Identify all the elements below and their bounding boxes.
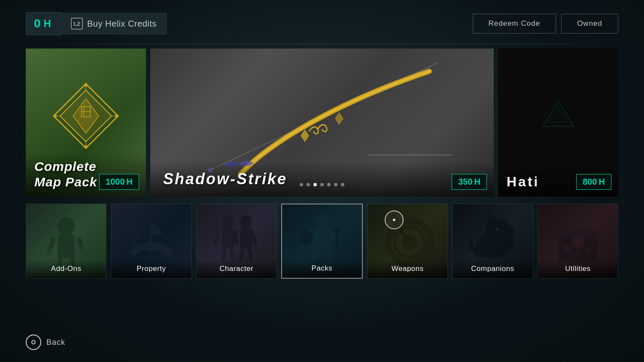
category-weapons[interactable]: Weapons	[367, 204, 448, 279]
svg-point-49	[301, 230, 313, 246]
dot-2[interactable]	[307, 183, 310, 186]
carousel-dots	[300, 183, 344, 186]
page-wrapper: 0 H L2 Buy Helix Credits Redeem Code Own…	[0, 0, 644, 362]
svg-line-35	[223, 247, 225, 259]
svg-point-8	[84, 145, 88, 149]
svg-line-42	[249, 247, 251, 259]
hati-currency: H	[599, 177, 605, 187]
triforce-symbol	[541, 98, 575, 139]
helix-amount: 0 H	[34, 17, 52, 30]
dot-6[interactable]	[334, 183, 337, 186]
helix-symbol: H	[44, 18, 52, 30]
owned-button[interactable]: Owned	[561, 14, 618, 33]
map-pack-currency: H	[127, 177, 133, 187]
svg-point-63	[576, 251, 580, 255]
svg-marker-16	[301, 129, 309, 142]
diamond-emblem	[52, 82, 120, 150]
header-right: Redeem Code Owned	[473, 14, 619, 33]
back-circle-icon	[26, 335, 41, 350]
category-add-ons[interactable]: Add-Ons	[26, 204, 106, 279]
category-utilities[interactable]: Utilities	[538, 204, 618, 279]
svg-line-40	[252, 232, 255, 243]
map-pack-card[interactable]: CompleteMap Pack 1000 H	[26, 49, 146, 197]
category-property[interactable]: Property	[111, 204, 191, 279]
svg-line-33	[215, 232, 219, 243]
property-label: Property	[111, 259, 191, 278]
shadow-strike-label: Shadow-Strike	[150, 161, 494, 197]
svg-rect-23	[58, 235, 75, 259]
helix-value: 0	[34, 17, 41, 30]
header-divider	[26, 44, 618, 44]
svg-point-7	[115, 114, 118, 118]
svg-marker-17	[335, 112, 343, 125]
addons-label: Add-Ons	[26, 259, 106, 278]
svg-line-41	[241, 247, 243, 259]
buy-credits-text: Buy Helix Credits	[87, 19, 157, 29]
svg-point-57	[495, 228, 499, 231]
category-character[interactable]: Character	[196, 204, 277, 279]
svg-rect-46	[329, 228, 335, 243]
dot-5[interactable]	[327, 183, 331, 186]
redeem-code-button[interactable]: Redeem Code	[473, 14, 556, 33]
character-label: Character	[197, 259, 276, 278]
l2-label: L2	[73, 21, 80, 27]
svg-rect-38	[240, 228, 252, 247]
cursor-circle	[385, 210, 404, 229]
dot-1[interactable]	[300, 183, 303, 186]
back-label: Back	[46, 338, 65, 347]
weapons-label: Weapons	[368, 259, 447, 278]
svg-point-6	[84, 83, 88, 87]
companions-label: Companions	[453, 259, 532, 278]
category-packs[interactable]: Packs	[281, 204, 363, 279]
category-section: Add-Ons Property	[0, 197, 644, 279]
shadow-strike-price-value: 350	[458, 177, 472, 187]
l2-badge: L2	[71, 18, 83, 30]
hati-price: 800 H	[576, 174, 611, 190]
shadow-strike-card[interactable]: Shadow-Strike 350 H	[150, 49, 494, 197]
helix-credits-display: 0 H	[26, 12, 61, 35]
back-button[interactable]: Back	[26, 335, 65, 350]
svg-point-31	[222, 215, 234, 229]
buy-credits-button[interactable]: L2 Buy Helix Credits	[61, 13, 167, 34]
cursor-dot	[393, 219, 395, 221]
shadow-strike-currency: H	[474, 177, 480, 187]
header: 0 H L2 Buy Helix Credits Redeem Code Own…	[0, 0, 644, 44]
carousel-section: CompleteMap Pack 1000 H	[0, 49, 644, 197]
dot-7[interactable]	[341, 183, 344, 186]
packs-label: Packs	[282, 259, 362, 278]
dot-4[interactable]	[320, 183, 324, 186]
svg-rect-60	[572, 238, 583, 247]
svg-rect-44	[313, 227, 331, 249]
shadow-strike-price: 350 H	[452, 174, 487, 190]
svg-point-43	[315, 213, 329, 228]
dot-3[interactable]	[313, 183, 317, 186]
svg-point-61	[565, 246, 570, 251]
header-left: 0 H L2 Buy Helix Credits	[26, 12, 167, 35]
utilities-label: Utilities	[538, 259, 618, 278]
svg-point-9	[53, 114, 57, 118]
hati-price-value: 800	[583, 177, 597, 187]
svg-point-62	[586, 249, 591, 253]
svg-point-37	[240, 215, 252, 229]
category-companions[interactable]: Companions	[452, 204, 533, 279]
map-pack-price: 1000 H	[99, 174, 139, 190]
map-pack-price-value: 1000	[106, 177, 125, 187]
hati-card[interactable]: Hati 800 H	[498, 49, 618, 197]
back-circle-inner	[31, 340, 36, 344]
svg-point-22	[58, 217, 75, 236]
svg-line-36	[231, 247, 233, 259]
